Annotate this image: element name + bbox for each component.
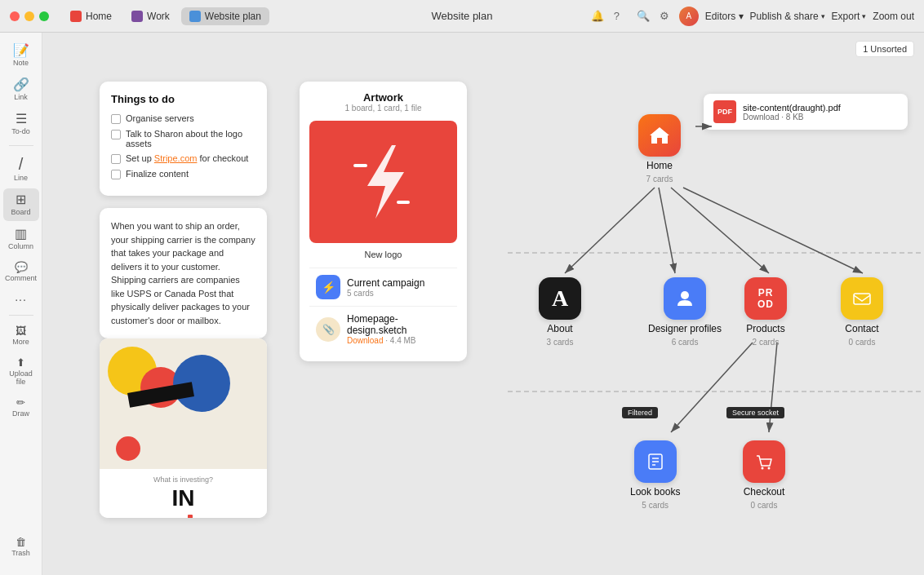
todo-item-1: Organise servers xyxy=(111,113,255,124)
todo-checkbox-4[interactable] xyxy=(111,170,121,179)
tab-bar: Home Work Website plan xyxy=(62,7,269,25)
sidebar-item-comment[interactable]: 💬 Comment xyxy=(3,257,39,287)
about-node-label: About xyxy=(547,323,572,334)
diagram-node-products[interactable]: PROD Products 2 cards xyxy=(744,277,787,347)
sidebar-draw-label: Draw xyxy=(12,409,29,418)
campaign-text: Current campaign 5 cards xyxy=(347,277,424,298)
todo-icon: ☰ xyxy=(16,113,27,126)
sidebar-comment-label: Comment xyxy=(5,274,37,282)
close-button[interactable] xyxy=(10,11,20,21)
filtered-badge: Filtered xyxy=(622,407,658,418)
sidebar-item-upload[interactable]: ⬆ Upload file xyxy=(3,352,39,391)
sidebar-item-line[interactable]: / Line xyxy=(3,151,39,187)
todo-card[interactable]: Things to do Organise servers Talk to Sh… xyxy=(100,82,267,196)
diagram-node-lookbooks[interactable]: Look books 5 cards xyxy=(630,440,680,510)
file-size: · 4.4 MB xyxy=(385,336,415,345)
publish-button[interactable]: Publish & share ▾ xyxy=(750,11,825,22)
link-icon: 🔗 xyxy=(13,78,29,91)
sidebar-item-column[interactable]: ▥ Column xyxy=(3,223,39,255)
prod-text: PROD xyxy=(757,287,774,311)
stripe-link[interactable]: Stripe.com xyxy=(154,153,198,163)
sidebar: 📝 Note 🔗 Link ☰ To-do / Line ⊞ Board ▥ C… xyxy=(0,33,42,575)
secure-badge: Secure socket xyxy=(726,407,784,418)
lightning-icon xyxy=(351,141,416,223)
artwork-card[interactable]: Artwork 1 board, 1 card, 1 file New logo… xyxy=(300,82,467,361)
upload-icon: ⬆ xyxy=(16,357,25,368)
products-node-icon: PROD xyxy=(744,277,787,320)
tag-secure: Secure socket xyxy=(726,404,784,418)
artwork-title: Artwork xyxy=(309,91,457,104)
diagram-node-home[interactable]: Home 7 cards xyxy=(638,114,681,184)
svg-line-11 xyxy=(671,343,753,432)
todo-checkbox-2[interactable] xyxy=(111,130,121,139)
artwork-image xyxy=(309,121,457,243)
new-logo-label: New logo xyxy=(309,250,457,259)
more-icon: ··· xyxy=(15,294,27,305)
diagram-node-about[interactable]: A About 3 cards xyxy=(539,277,581,347)
bar-4 xyxy=(188,515,193,518)
diagram-node-contact[interactable]: Contact 0 cards xyxy=(841,277,883,347)
minimize-button[interactable] xyxy=(24,11,34,21)
todo-item-4: Finalize content xyxy=(111,169,255,179)
app-body: 📝 Note 🔗 Link ☰ To-do / Line ⊞ Board ▥ C… xyxy=(0,33,924,575)
diagram-node-designer[interactable]: Designer profiles 6 cards xyxy=(648,277,722,347)
sidebar-item-note[interactable]: 📝 Note xyxy=(3,39,39,72)
sidebar-item-todo[interactable]: ☰ To-do xyxy=(3,108,39,140)
avatar[interactable]: A xyxy=(679,7,699,26)
todo-checkbox-1[interactable] xyxy=(111,114,121,124)
unsorted-badge[interactable]: 1 Unsorted xyxy=(855,41,914,57)
draw-icon: ✏ xyxy=(16,397,25,408)
contact-node-icon xyxy=(841,277,883,320)
sidebar-item-more[interactable]: ··· xyxy=(3,289,39,310)
titlebar-right: 🔔 ? 🔍 ⚙ A Editors ▾ Publish & share ▾ Ex… xyxy=(591,7,914,26)
checkout-node-icon xyxy=(743,440,785,483)
sidebar-line-label: Line xyxy=(14,174,28,182)
home-icon xyxy=(648,124,671,147)
sidebar-item-link[interactable]: 🔗 Link xyxy=(3,73,39,106)
titlebar: Home Work Website plan Website plan 🔔 ? … xyxy=(0,0,924,33)
svg-point-13 xyxy=(681,291,689,299)
tab-work[interactable]: Work xyxy=(123,7,178,25)
sidebar-item-trash[interactable]: 🗑 Trash xyxy=(3,532,39,562)
export-button[interactable]: Export ▾ xyxy=(832,11,867,22)
line-icon: / xyxy=(19,156,24,172)
sidebar-todo-label: To-do xyxy=(11,127,30,135)
file-title: Homepage-design.sketch xyxy=(347,313,451,336)
column-icon: ▥ xyxy=(15,228,27,241)
pdf-card[interactable]: PDF site-content(draught).pdf Download ·… xyxy=(704,94,908,130)
sidebar-item-draw[interactable]: ✏ Draw xyxy=(3,392,39,422)
cart-icon xyxy=(753,451,775,472)
sidebar-column-label: Column xyxy=(8,242,33,250)
products-node-label: Products xyxy=(746,323,784,334)
editors-dropdown[interactable]: Editors ▾ xyxy=(705,11,744,22)
invest-heading: IN xyxy=(109,487,257,510)
pdf-filename: site-content(draught).pdf xyxy=(743,103,841,113)
comment-icon: 💬 xyxy=(15,262,28,272)
help-icon[interactable]: ? xyxy=(614,10,627,23)
todo-item-3: Set up Stripe.com for checkout xyxy=(111,153,255,164)
campaign-item[interactable]: ⚡ Current campaign 5 cards xyxy=(309,268,457,306)
svg-point-20 xyxy=(768,467,771,470)
pdf-download[interactable]: Download · 8 KB xyxy=(743,113,841,122)
products-node-sub: 2 cards xyxy=(753,338,780,347)
todo-checkbox-3[interactable] xyxy=(111,154,121,164)
sidebar-item-board[interactable]: ⊞ Board xyxy=(3,188,39,221)
tab-home[interactable]: Home xyxy=(62,7,120,25)
file-item[interactable]: 📎 Homepage-design.sketch Download · 4.4 … xyxy=(309,306,457,352)
notification-icon[interactable]: 🔔 xyxy=(591,10,604,23)
pdf-info: site-content(draught).pdf Download · 8 K… xyxy=(743,103,841,122)
zoom-out-button[interactable]: Zoom out xyxy=(873,11,914,22)
invest-bars xyxy=(109,513,257,518)
diagram-node-checkout[interactable]: Checkout 0 cards xyxy=(743,440,785,510)
sidebar-divider-1 xyxy=(9,145,33,146)
search-icon[interactable]: 🔍 xyxy=(637,10,650,23)
sidebar-item-add-image[interactable]: 🖼 More xyxy=(3,321,39,351)
add-image-icon: 🖼 xyxy=(16,325,26,336)
maximize-button[interactable] xyxy=(39,11,49,21)
tab-website-plan[interactable]: Website plan xyxy=(181,7,269,25)
svg-line-10 xyxy=(683,188,863,273)
lookbooks-node-label: Look books xyxy=(630,486,680,498)
bell-icon[interactable]: ⚙ xyxy=(660,10,673,23)
lookbooks-node-sub: 5 cards xyxy=(642,501,669,510)
canvas-area[interactable]: 1 Unsorted Things to do Organise servers… xyxy=(42,33,924,575)
